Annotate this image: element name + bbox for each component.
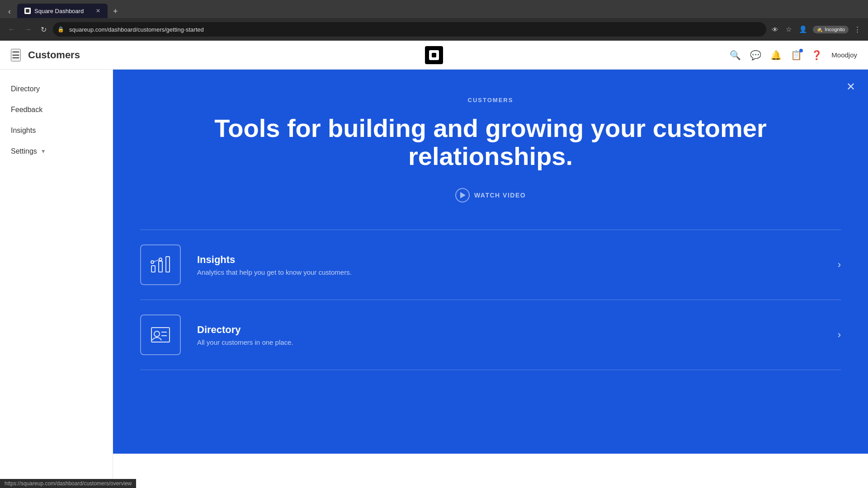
notification-dot [799,49,803,52]
app-header: ☰ Customers 🔍 💬 🔔 📋 ❓ Moodjoy [0,41,868,70]
clipboard-icon[interactable]: 📋 [791,50,802,61]
banner-title: Tools for building and growing your cust… [149,114,832,170]
directory-icon [149,323,172,347]
address-bar[interactable] [53,22,766,37]
tab-title: Square Dashboard [34,8,84,14]
square-logo-icon [425,46,443,64]
watch-video-button[interactable]: WATCH VIDEO [455,188,526,202]
feature-directory-text: Directory All your customers in one plac… [197,324,829,346]
feature-directory-arrow-icon: › [838,329,841,341]
more-menu-icon[interactable]: ⋮ [852,23,863,35]
page-title: Customers [28,49,80,61]
incognito-label: Incognito [825,27,845,32]
play-triangle [460,192,466,198]
status-bar: https://squareup.com/dashboard/customers… [0,479,136,488]
browser-tab-active[interactable]: Square Dashboard ✕ [17,4,108,18]
svg-point-4 [159,258,162,261]
forward-nav-button[interactable]: → [22,23,34,35]
insights-chart-icon [149,253,172,277]
tab-favicon [24,8,31,14]
feature-item-directory[interactable]: Directory All your customers in one plac… [140,300,841,370]
play-icon [455,188,470,202]
svg-rect-0 [151,266,155,272]
insights-icon-box [140,244,181,285]
sidebar-item-feedback[interactable]: Feedback [0,99,113,120]
back-nav-button[interactable]: ← [5,23,18,35]
search-icon[interactable]: 🔍 [730,50,741,61]
reload-button[interactable]: ↻ [38,23,49,36]
app-body: Directory Feedback Insights Settings ▼ ✕… [0,70,868,488]
hamburger-menu-button[interactable]: ☰ [11,49,21,61]
browser-tab-bar: ‹ Square Dashboard ✕ + [0,0,868,18]
feature-insights-desc: Analytics that help you get to know your… [197,268,829,276]
chat-icon[interactable]: 💬 [750,50,761,61]
svg-point-7 [154,331,160,337]
eye-off-icon[interactable]: 👁 [770,24,780,35]
new-tab-button[interactable]: + [109,5,122,18]
close-button[interactable]: ✕ [843,79,859,95]
feature-directory-desc: All your customers in one place. [197,338,829,346]
bookmark-icon[interactable]: ☆ [784,23,793,35]
status-url: https://squareup.com/dashboard/customers… [5,480,132,487]
banner-label: CUSTOMERS [149,97,832,103]
user-name[interactable]: Moodjoy [831,51,857,59]
tab-close-button[interactable]: ✕ [96,8,100,14]
feature-insights-title: Insights [197,254,829,266]
app-logo [425,46,443,64]
sidebar-item-directory-label: Directory [11,85,40,93]
address-bar-wrapper: 🔒 [53,22,766,37]
sidebar: Directory Feedback Insights Settings ▼ [0,70,113,488]
lock-icon: 🔒 [57,26,64,33]
sidebar-item-feedback-label: Feedback [11,106,42,114]
watch-video-label: WATCH VIDEO [474,192,526,199]
header-right: 🔍 💬 🔔 📋 ❓ Moodjoy [730,50,857,61]
browser-chrome: ‹ Square Dashboard ✕ + ← → ↻ 🔒 👁 ☆ 👤 🕵 I… [0,0,868,41]
feature-list: Insights Analytics that help you get to … [113,230,868,370]
svg-rect-2 [166,257,170,272]
feature-insights-text: Insights Analytics that help you get to … [197,254,829,276]
browser-toolbar: ← → ↻ 🔒 👁 ☆ 👤 🕵 Incognito ⋮ [0,18,868,41]
feature-directory-title: Directory [197,324,829,336]
help-icon[interactable]: ❓ [811,50,822,61]
profile-icon[interactable]: 👤 [797,23,809,35]
sidebar-item-settings-label: Settings [11,147,37,155]
feature-insights-arrow-icon: › [838,259,841,271]
incognito-icon: 🕵 [816,27,823,33]
toolbar-right: 👁 ☆ 👤 🕵 Incognito ⋮ [770,23,863,35]
main-content: ✕ CUSTOMERS Tools for building and growi… [113,70,868,488]
back-button[interactable]: ‹ [5,5,14,18]
feature-item-insights[interactable]: Insights Analytics that help you get to … [140,230,841,300]
svg-point-3 [151,261,154,263]
svg-rect-1 [159,261,162,272]
bell-icon[interactable]: 🔔 [770,50,782,61]
chevron-down-icon: ▼ [41,148,46,155]
banner-content: CUSTOMERS Tools for building and growing… [113,97,868,202]
incognito-badge: 🕵 Incognito [813,26,849,33]
directory-icon-box [140,314,181,355]
sidebar-item-insights-label: Insights [11,127,36,135]
sidebar-item-insights[interactable]: Insights [0,120,113,141]
sidebar-item-directory[interactable]: Directory [0,79,113,99]
blue-banner: ✕ CUSTOMERS Tools for building and growi… [113,70,868,454]
sidebar-item-settings[interactable]: Settings ▼ [0,141,113,162]
